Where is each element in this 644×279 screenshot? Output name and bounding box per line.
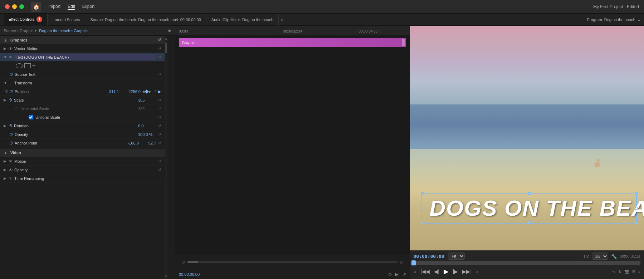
video-section-scroll-up[interactable]: ▲ xyxy=(4,151,8,155)
settings-btn-r[interactable]: » xyxy=(638,269,640,274)
vector-motion-eye-icon[interactable]: 👁 xyxy=(9,46,14,51)
resolution-select[interactable]: 1/2 xyxy=(592,253,608,260)
position-value-y[interactable]: 2256.0 xyxy=(128,89,141,94)
minimize-button[interactable] xyxy=(12,4,17,9)
text-dogs-expand[interactable]: ▼ xyxy=(4,55,9,59)
scale-value[interactable]: 385 xyxy=(138,98,156,102)
time-remapping-eye-icon[interactable]: 👁 xyxy=(9,176,14,181)
video-opacity-reset[interactable]: ↺ xyxy=(158,168,161,172)
handle-top-left[interactable] xyxy=(421,192,424,195)
position-expand-btn[interactable]: ▶ xyxy=(158,89,161,94)
opacity-reset[interactable]: ↺ xyxy=(158,132,161,136)
opacity-stopwatch[interactable]: ⏱ xyxy=(9,132,13,137)
handle-bottom-center[interactable] xyxy=(528,221,531,224)
program-panel-menu-icon[interactable]: ≡ xyxy=(638,18,640,22)
filter-icon[interactable]: ⚙ xyxy=(388,272,392,277)
vertical-scrollbar[interactable]: ▲ ▼ xyxy=(165,36,167,279)
button-editor-btn[interactable]: ⊞ xyxy=(632,269,635,274)
motion-reset[interactable]: ↺ xyxy=(158,159,161,163)
mark-in-btn[interactable]: ⬦ xyxy=(414,269,416,274)
scale-stopwatch[interactable]: ⏱ xyxy=(9,98,13,102)
insert-btn[interactable]: ⬄ xyxy=(612,269,615,274)
scroll-dot-left[interactable] xyxy=(182,261,185,264)
transform-expand[interactable]: ▼ xyxy=(4,81,9,85)
graphic-clip[interactable]: Graphic xyxy=(179,38,406,47)
anchor-point-y[interactable]: 92.7 xyxy=(148,141,156,145)
handle-bottom-left[interactable] xyxy=(421,221,424,224)
oval-shape-icon[interactable] xyxy=(16,63,23,68)
anchor-point-x[interactable]: -166.9 xyxy=(128,141,146,145)
play-indicator-btn[interactable]: ▶| xyxy=(395,272,399,277)
uniform-scale-reset[interactable]: ↺ xyxy=(158,115,161,119)
close-button[interactable] xyxy=(5,4,10,9)
handle-right-center[interactable] xyxy=(635,207,638,210)
clip-end-handle[interactable] xyxy=(402,39,405,46)
motion-expand[interactable]: ▶ xyxy=(4,159,9,163)
tab-lumetri-scopes[interactable]: Lumetri Scopes xyxy=(48,14,85,26)
position-stopwatch[interactable]: ⏱ xyxy=(9,89,13,94)
overwrite-btn[interactable]: ⬇ xyxy=(618,269,621,274)
source-navigate-arrow[interactable]: ▶ xyxy=(169,28,171,33)
uniform-scale-checkbox[interactable] xyxy=(29,115,33,119)
go-to-in-btn[interactable]: |◀◀ xyxy=(421,269,430,274)
timeline-content[interactable]: Graphic xyxy=(175,35,410,255)
scale-reset[interactable]: ↺ xyxy=(158,98,161,102)
program-monitor[interactable]: DOGS ON THE BEACH xyxy=(410,26,644,250)
h-scrollbar-track[interactable] xyxy=(187,261,397,263)
export-menu[interactable]: Export xyxy=(82,4,95,10)
play-pause-btn[interactable]: ▶ xyxy=(444,268,449,275)
h-scrollbar-thumb[interactable] xyxy=(187,261,198,263)
handle-bottom-right[interactable] xyxy=(635,221,638,224)
scroll-thumb[interactable] xyxy=(165,43,167,53)
home-button[interactable]: 🏠 xyxy=(31,2,41,12)
tab-source[interactable]: Source: Dog on the beach: Dog on the bea… xyxy=(85,14,206,26)
handle-left-center[interactable] xyxy=(421,207,424,210)
source-graphic-link[interactable]: Dog on the beach • Graphic xyxy=(39,29,87,33)
export-frame-btn[interactable]: ↗ xyxy=(402,272,406,277)
tabs-more-button[interactable]: » xyxy=(281,17,284,23)
anchor-point-reset[interactable]: ↺ xyxy=(158,141,161,145)
opacity-value[interactable]: 100.0 % xyxy=(138,132,156,137)
edit-menu[interactable]: Edit xyxy=(68,4,75,10)
rotation-expand[interactable]: ▶ xyxy=(4,124,9,128)
h-scale-reset[interactable]: ↺ xyxy=(158,107,161,111)
scroll-up-btn[interactable]: ▲ xyxy=(164,36,169,41)
wrench-icon[interactable]: 🔧 xyxy=(611,254,617,259)
source-text-stopwatch[interactable]: ⏱ xyxy=(9,72,13,77)
mark-out-btn[interactable]: ⬦ xyxy=(476,269,479,274)
graphics-reset-icon[interactable]: ↺ xyxy=(158,38,161,42)
motion-eye-icon[interactable]: 👁 xyxy=(9,159,14,163)
rotation-stopwatch[interactable]: ⏱ xyxy=(9,124,13,128)
fit-select[interactable]: Fit xyxy=(448,253,465,260)
text-dogs-eye-icon[interactable]: 👁 xyxy=(9,55,14,59)
graphics-section-scroll-up[interactable]: ▲ xyxy=(4,38,8,42)
position-reset[interactable]: ↺ xyxy=(153,89,156,93)
keyframe-diamond[interactable] xyxy=(145,89,148,93)
video-opacity-eye-icon[interactable]: 👁 xyxy=(9,168,14,172)
handle-top-center[interactable] xyxy=(528,192,531,195)
source-dropdown-icon[interactable]: ▾ xyxy=(35,28,37,33)
video-opacity-expand[interactable]: ▶ xyxy=(4,168,9,172)
tab-audio-mixer[interactable]: Audio Clip Mixer: Dog on the beach xyxy=(206,14,279,26)
step-forward-btn[interactable]: |▶ xyxy=(453,269,458,274)
rotation-value[interactable]: 0.0 xyxy=(138,124,156,128)
anchor-point-stopwatch[interactable]: ⏱ xyxy=(9,141,13,145)
scroll-dot-right[interactable] xyxy=(400,261,403,264)
scroll-down-btn[interactable]: ▼ xyxy=(164,274,169,279)
text-dogs-reset[interactable]: ↺ xyxy=(158,55,161,59)
timeline-scrubber[interactable] xyxy=(414,261,641,265)
export-frame-btn-r[interactable]: 📷 xyxy=(624,269,629,274)
position-value-x[interactable]: -311.1 xyxy=(108,89,126,94)
handle-top-right[interactable] xyxy=(635,192,638,195)
rect-shape-icon[interactable] xyxy=(24,63,31,68)
pen-tool-icon[interactable]: ✒ xyxy=(32,63,36,68)
tab-effect-controls[interactable]: Effect Controls 1 xyxy=(4,14,48,26)
vector-motion-expand[interactable]: ▶ xyxy=(4,46,9,50)
source-text-reset[interactable]: ↺ xyxy=(158,72,161,76)
import-menu[interactable]: Import xyxy=(48,4,60,10)
keyframe-next-btn[interactable]: ▶ xyxy=(149,90,151,93)
go-to-out-btn[interactable]: ▶▶| xyxy=(462,269,472,274)
scale-expand[interactable]: ▶ xyxy=(4,98,9,102)
time-remapping-expand[interactable]: ▶ xyxy=(4,176,9,180)
text-overlay-container[interactable]: DOGS ON THE BEACH xyxy=(421,193,637,224)
